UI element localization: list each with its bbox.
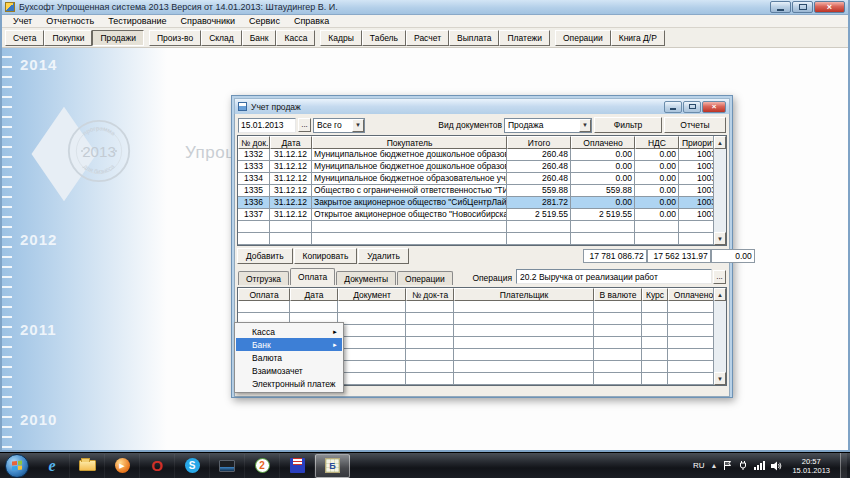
internet-explorer-button[interactable]: e — [35, 454, 70, 478]
toolbar-button[interactable]: Склад — [201, 30, 242, 46]
column-header[interactable]: Оплачено — [668, 288, 713, 301]
context-menu-item[interactable]: Взаимозачет — [236, 364, 342, 377]
column-header[interactable]: № док. — [238, 136, 270, 149]
2gis-button[interactable]: 2 — [245, 454, 280, 478]
context-menu-item[interactable]: Электронный платеж — [236, 377, 342, 390]
toolbar-button[interactable]: Табель — [362, 30, 406, 46]
power-icon[interactable] — [738, 460, 748, 471]
column-header[interactable]: Плательщик — [454, 288, 594, 301]
tab-4[interactable]: Операции — [397, 271, 453, 285]
toolbar-button[interactable]: Книга Д/Р — [611, 30, 665, 46]
table-row[interactable]: 133331.12.12Муниципальное бюджетное дошк… — [238, 161, 713, 173]
menu-item-2[interactable]: Отчетность — [39, 16, 101, 26]
media-player-button[interactable]: ▶ — [105, 454, 140, 478]
app-minimize-button[interactable] — [770, 1, 791, 13]
toolbar-button[interactable]: Банк — [242, 30, 277, 46]
context-menu-item[interactable]: Банк► — [236, 338, 342, 351]
toolbar-button[interactable]: Расчет — [406, 30, 449, 46]
menu-item-3[interactable]: Тестирование — [101, 16, 173, 26]
scroll-down-icon[interactable]: ▼ — [714, 372, 726, 385]
payments-table-scrollbar[interactable]: ▲ ▼ — [713, 288, 726, 385]
column-header[interactable]: Документ — [338, 288, 406, 301]
buhsoft-app-button[interactable]: Б — [315, 454, 350, 478]
column-header[interactable]: Курс — [642, 288, 668, 301]
doc-type-dropdown[interactable]: Продажа ▼ — [504, 118, 592, 133]
sales-maximize-button[interactable] — [683, 101, 701, 113]
toolbar-group-1: СчетаПокупкиПродажи — [5, 30, 144, 46]
menu-item-5[interactable]: Сервис — [242, 16, 287, 26]
toolbar-button[interactable]: Кадры — [320, 30, 361, 46]
sales-minimize-button[interactable] — [664, 101, 682, 113]
date-input[interactable] — [238, 118, 296, 133]
period-dropdown[interactable]: Все го ▼ — [313, 118, 365, 133]
menu-item-4[interactable]: Справочники — [174, 16, 243, 26]
app-titlebar[interactable]: Бухсофт Упрощенная система 2013 Версия о… — [2, 0, 848, 15]
scroll-track[interactable] — [714, 301, 726, 372]
skype-button[interactable]: S — [175, 454, 210, 478]
toolbar-button[interactable]: Продажи — [92, 30, 144, 46]
table-cell — [454, 373, 594, 385]
toolbar-button[interactable]: Касса — [276, 30, 315, 46]
column-header[interactable]: В валюте — [594, 288, 642, 301]
toolbar-button[interactable]: Покупки — [44, 30, 92, 46]
windows-explorer-button[interactable] — [70, 454, 105, 478]
table-cell — [642, 373, 668, 385]
volume-icon[interactable] — [771, 461, 782, 471]
table-cell: 2 519.55 — [571, 209, 635, 221]
scroll-up-icon[interactable]: ▲ — [714, 136, 726, 149]
toolbar-button[interactable]: Платежи — [499, 30, 549, 46]
toolbar-button[interactable]: Выплата — [449, 30, 499, 46]
copy-button[interactable]: Копировать — [294, 248, 358, 264]
add-button[interactable]: Добавить — [237, 248, 293, 264]
table-row[interactable]: 133631.12.12Закрытое акционерное обществ… — [238, 197, 713, 209]
table-row[interactable]: 133531.12.12Общество с ограниченной отве… — [238, 185, 713, 197]
filter-button[interactable]: Фильтр — [594, 117, 662, 133]
column-header[interactable]: Оплачено — [571, 136, 635, 149]
menu-item-6[interactable]: Справка — [287, 16, 336, 26]
opera-button[interactable]: O — [140, 454, 175, 478]
network-icon[interactable] — [754, 461, 765, 470]
toolbar-button[interactable]: Операции — [555, 30, 611, 46]
tab-2[interactable]: Оплата — [290, 268, 335, 285]
delete-button[interactable]: Удалить — [358, 248, 408, 264]
operation-field[interactable] — [516, 269, 712, 284]
svg-text:для бизнеса: для бизнеса — [82, 162, 116, 175]
column-header[interactable]: Приоритет — [679, 136, 713, 149]
toolbar-button[interactable]: Счета — [5, 30, 44, 46]
scroll-down-icon[interactable]: ▼ — [714, 232, 726, 245]
start-button[interactable] — [5, 454, 29, 478]
sales-table-scrollbar[interactable]: ▲ ▼ — [713, 136, 726, 245]
menu-item-1[interactable]: Учет — [6, 16, 39, 26]
show-desktop-button[interactable] — [840, 453, 847, 478]
context-menu-item[interactable]: Касса► — [236, 325, 342, 338]
column-header[interactable]: НДС — [635, 136, 679, 149]
tab-3[interactable]: Документы — [336, 271, 396, 285]
date-browse-button[interactable]: ... — [298, 118, 311, 132]
scroll-up-icon[interactable]: ▲ — [714, 288, 726, 301]
reports-button[interactable]: Отчеты — [664, 117, 726, 133]
display-app-button[interactable] — [210, 454, 245, 478]
table-row[interactable]: 133431.12.12Муниципальное бюджетное обра… — [238, 173, 713, 185]
tray-clock[interactable]: 20:57 15.01.2013 — [788, 457, 834, 475]
sales-close-button[interactable]: × — [702, 101, 726, 113]
column-header[interactable]: Дата — [290, 288, 338, 301]
column-header[interactable]: Дата — [270, 136, 312, 149]
table-row[interactable]: 133231.12.12Муниципальное бюджетное дошк… — [238, 149, 713, 161]
tab-1[interactable]: Отгрузка — [238, 271, 289, 285]
language-indicator[interactable]: RU — [693, 461, 705, 470]
action-center-flag-icon[interactable] — [723, 460, 732, 471]
operation-browse-button[interactable]: ... — [713, 270, 726, 284]
buhsoft-launcher-button[interactable] — [280, 454, 315, 478]
app-maximize-button[interactable] — [792, 1, 813, 13]
column-header[interactable]: Итого — [507, 136, 571, 149]
sales-window-titlebar[interactable]: Учет продаж × — [234, 98, 730, 114]
column-header[interactable]: Покупатель — [312, 136, 507, 149]
scroll-track[interactable] — [714, 149, 726, 232]
table-row[interactable]: 133731.12.12Открытое акционерное обществ… — [238, 209, 713, 221]
app-close-button[interactable]: × — [814, 1, 845, 13]
toolbar-button[interactable]: Произ-во — [149, 30, 201, 46]
context-menu-item[interactable]: Валюта — [236, 351, 342, 364]
column-header[interactable]: № док-та — [406, 288, 454, 301]
column-header[interactable]: Оплата — [238, 288, 290, 301]
hidden-icons-chevron-icon[interactable]: ▲ — [711, 462, 718, 469]
